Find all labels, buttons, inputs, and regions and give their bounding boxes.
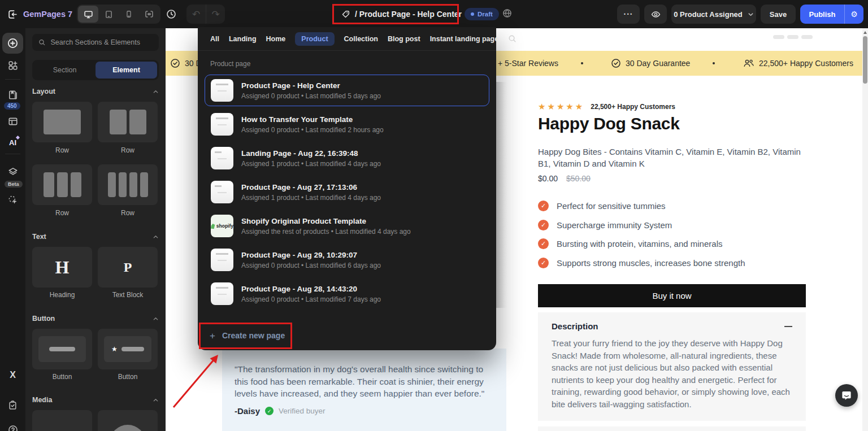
tab-collection[interactable]: Collection <box>344 35 378 43</box>
group-header-media[interactable]: Media <box>32 396 159 404</box>
element-label: Row <box>32 209 92 217</box>
chevron-up-icon <box>153 316 159 322</box>
price-current: $0.00 <box>538 174 558 183</box>
x-social-icon[interactable]: X <box>2 364 23 385</box>
vertical-scrollbar[interactable] <box>862 28 868 431</box>
publish-settings-gear-icon[interactable]: ⚙ <box>845 10 863 19</box>
element-card-button-icon[interactable]: ★ <box>98 329 158 369</box>
add-elements-icon[interactable] <box>2 33 23 54</box>
list-item-page[interactable]: Product Page - Aug 27, 17:13:06Assigned … <box>205 176 489 208</box>
tab-section[interactable]: Section <box>34 62 96 79</box>
description-text: Treat your furry friend to the joy they … <box>538 331 806 410</box>
banner-item-guarantee-left: 30 D <box>170 51 202 76</box>
list-item-page[interactable]: How to Transfer Your TemplateAssigned 0 … <box>205 108 489 140</box>
sections-library-icon[interactable] <box>2 55 23 76</box>
list-item-page[interactable]: Product Page - Aug 28, 14:43:20Assigned … <box>205 278 489 310</box>
check-icon: ✓ <box>538 238 549 249</box>
preview-button[interactable] <box>644 5 667 24</box>
buy-now-button[interactable]: Buy it now <box>538 284 806 307</box>
responsive-view-button[interactable] <box>139 6 159 23</box>
list-item-page[interactable]: Product Page - Help CenterAssigned 0 pro… <box>205 75 489 106</box>
element-card-row-2col[interactable] <box>98 102 158 142</box>
group-header-layout[interactable]: Layout <box>32 88 159 95</box>
scrollbar-thumb[interactable] <box>863 36 867 84</box>
undo-redo-group: ↶ ↷ <box>186 5 225 24</box>
element-card-avatar[interactable] <box>98 410 158 431</box>
annotation-arrow <box>164 346 232 414</box>
redo-icon[interactable]: ↷ <box>206 5 225 24</box>
list-item-page[interactable]: Product Page - Aug 29, 10:29:07Assigned … <box>205 244 489 276</box>
tab-instant-landing[interactable]: Instant landing page <box>430 35 499 43</box>
star-rating-icons: ★★★★★ <box>538 102 584 112</box>
collapse-minus-icon[interactable] <box>784 326 792 327</box>
group-header-button[interactable]: Button <box>32 315 159 323</box>
chat-widget-button[interactable] <box>835 384 858 407</box>
history-icon[interactable] <box>162 5 181 24</box>
layers-icon[interactable] <box>2 161 23 182</box>
chevron-up-icon <box>153 397 159 403</box>
element-card-button[interactable] <box>32 329 92 369</box>
more-options-button[interactable]: ··· <box>617 5 640 24</box>
tab-element[interactable]: Element <box>96 62 157 79</box>
sidebar-tabs: Section Element <box>32 60 159 80</box>
list-item: ✓Supercharge immunity System <box>538 220 745 230</box>
left-icon-rail: 450 AI Beta X <box>0 28 25 431</box>
list-item-page[interactable]: Landing Page - Aug 22, 16:39:48Assigned … <box>205 142 489 174</box>
scroll-up-arrow[interactable] <box>863 31 867 34</box>
page-list: Product Page - Help CenterAssigned 0 pro… <box>205 75 489 312</box>
annotation-box-create-page <box>199 323 292 349</box>
undo-icon[interactable]: ↶ <box>186 5 206 24</box>
publish-button[interactable]: Publish ⚙ <box>800 5 863 24</box>
mobile-view-button[interactable] <box>119 6 139 23</box>
testimonial-section: "The transformation in my dog's overall … <box>222 349 506 431</box>
help-icon[interactable] <box>2 419 23 431</box>
page-selector-panel: All Landing Home Product Collection Blog… <box>198 27 496 350</box>
chevron-down-icon <box>748 11 754 18</box>
price-row: $0.00 $50.00 <box>538 174 591 183</box>
tab-landing[interactable]: Landing <box>229 35 257 43</box>
benefit-list: ✓Perfect for sensitive tummies ✓Supercha… <box>538 201 745 268</box>
gempages-editor: GemPages 7 ↶ ↷ / Product Page - <box>0 0 868 431</box>
interaction-tool-icon[interactable] <box>2 189 23 210</box>
tab-blog-post[interactable]: Blog post <box>388 35 420 43</box>
product-assigned-dropdown[interactable]: 0 Product Assigned <box>671 5 756 24</box>
element-card-textblock[interactable]: P <box>98 247 158 288</box>
search-icon[interactable] <box>508 34 517 43</box>
group-header-text[interactable]: Text <box>32 233 159 241</box>
verified-check-icon: ✓ <box>265 407 274 415</box>
check-icon: ✓ <box>538 220 549 230</box>
element-card-image[interactable] <box>32 410 92 431</box>
shopify-bag-icon <box>211 223 215 229</box>
language-globe-icon[interactable] <box>502 8 512 18</box>
ai-assistant-icon[interactable]: AI <box>2 132 23 153</box>
page-thumbnail <box>211 113 233 136</box>
element-label: Button <box>98 373 158 381</box>
price-compare: $50.00 <box>566 174 591 183</box>
search-input[interactable] <box>51 38 153 46</box>
search-box[interactable] <box>32 34 159 51</box>
next-accordion-edge <box>538 426 806 431</box>
badge-check-icon <box>170 58 180 68</box>
list-item: ✓Perfect for sensitive tummies <box>538 201 745 211</box>
list-item-page[interactable]: shopify Shopify Original Product Templat… <box>205 210 489 242</box>
tab-product[interactable]: Product <box>295 32 334 46</box>
checklist-icon[interactable] <box>2 395 23 416</box>
badge-check-icon <box>611 58 621 68</box>
element-label: Row <box>32 146 92 154</box>
save-button[interactable]: Save <box>761 5 796 24</box>
tab-all[interactable]: All <box>210 35 219 43</box>
element-card-row-1col[interactable] <box>32 102 92 142</box>
tablet-view-button[interactable] <box>98 6 119 23</box>
dot-separator <box>713 62 715 64</box>
exit-editor-icon[interactable] <box>8 10 18 19</box>
desktop-view-button[interactable] <box>78 6 98 23</box>
chevron-up-icon <box>153 89 159 95</box>
eye-icon <box>651 10 661 19</box>
accordion-title[interactable]: Description <box>552 321 598 331</box>
tab-home[interactable]: Home <box>266 35 286 43</box>
element-card-row-4col[interactable] <box>98 164 158 205</box>
element-card-heading[interactable]: H <box>32 247 92 288</box>
element-card-row-3col[interactable] <box>32 164 92 205</box>
pages-panel-icon[interactable] <box>2 111 23 132</box>
people-icon <box>743 59 754 68</box>
